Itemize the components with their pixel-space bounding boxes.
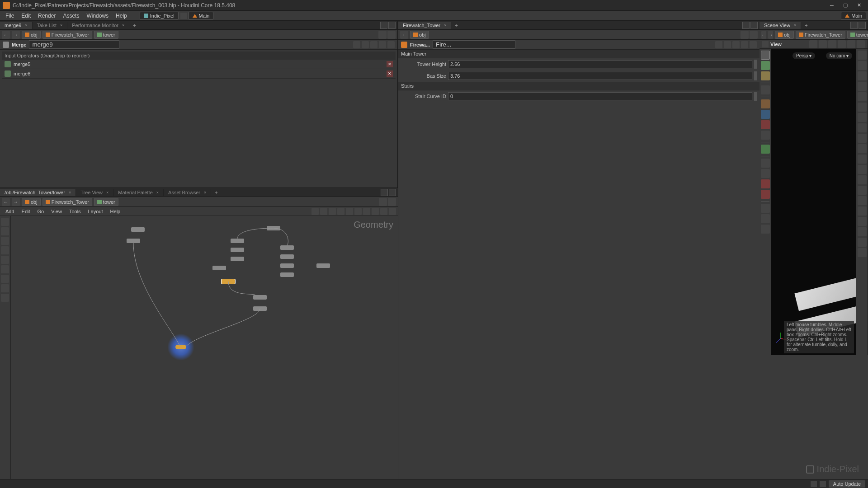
network-node[interactable] [280,245,294,250]
disp-lock-icon[interactable] [858,82,867,91]
crumb-node[interactable]: tower [847,31,868,39]
net-menu-tools[interactable]: Tools [66,209,85,214]
disp-opt1-icon[interactable] [858,51,867,60]
net-tool-icon[interactable] [380,208,387,215]
slider-handle[interactable] [754,71,757,80]
crumb-obj[interactable]: obj [22,198,41,206]
path-opt-icon[interactable] [750,31,758,39]
disp-opt14-icon[interactable] [858,186,867,195]
network-node[interactable] [127,239,140,243]
search-icon[interactable] [732,41,740,48]
path-pin-icon[interactable] [379,198,387,206]
status-icon[interactable] [820,481,826,487]
tab-add[interactable]: + [211,189,221,196]
info-icon[interactable] [379,41,386,48]
crumb-node[interactable]: tower [94,31,118,39]
disp-opt10-icon[interactable] [858,144,867,153]
tab-scene-view[interactable]: Scene View× [760,22,801,29]
disp-opt5-icon[interactable] [858,92,867,101]
disp-opt8-icon[interactable] [858,123,867,132]
tab-hda-params[interactable]: Firewatch_Tower× [398,22,451,29]
disp-opt9-icon[interactable] [858,134,867,143]
net-tool-icon[interactable] [354,208,362,215]
net-search-icon[interactable] [389,208,396,215]
param-input-bas-size[interactable] [448,72,752,80]
net-tool-icon[interactable] [320,208,327,215]
search-icon[interactable] [370,41,377,48]
network-node[interactable] [131,227,145,232]
net-ltool-icon[interactable] [1,227,9,235]
crumb-asset[interactable]: Firewatch_Tower [42,31,92,39]
tab-add[interactable]: + [129,22,139,29]
crumb-asset[interactable]: Firewatch_Tower [42,198,92,206]
menu-render[interactable]: Render [34,13,59,19]
path-opt-icon[interactable] [388,198,396,206]
disp-opt2-icon[interactable] [858,61,867,70]
menu-file[interactable]: File [2,13,18,19]
input-op-row[interactable]: merge5 ✕ [2,60,396,69]
net-menu-add[interactable]: Add [2,209,18,214]
network-node[interactable] [253,295,267,300]
tool-light[interactable] [761,99,770,108]
scale-icon[interactable] [847,40,855,48]
menu-edit[interactable]: Edit [18,13,34,19]
network-node[interactable] [231,248,244,252]
menu-help[interactable]: Help [112,13,131,19]
pane-max-icon[interactable] [859,22,866,29]
pane-menu-icon[interactable] [742,22,750,29]
network-node-selected[interactable] [222,279,235,284]
pane-menu-icon[interactable] [850,22,858,29]
net-tool-icon[interactable] [363,208,370,215]
tab-asset-browser[interactable]: Asset Browser× [164,189,211,196]
network-node[interactable] [267,226,280,230]
net-menu-view[interactable]: View [47,209,66,214]
tab-perf-monitor[interactable]: Performance Monitor× [67,22,129,29]
tab-tree-view[interactable]: Tree View× [76,189,113,196]
network-node[interactable] [280,263,294,268]
net-tool-icon[interactable] [372,208,379,215]
crumb-asset[interactable]: Firewatch_Tower [796,31,845,39]
path-pin-icon[interactable] [741,31,749,39]
minimize-button[interactable]: ─ [826,1,838,9]
crumb-node[interactable]: tower [94,198,118,206]
nav-back-icon[interactable]: ← [400,31,408,39]
disp-opt13-icon[interactable] [858,175,867,184]
tool-snap3[interactable] [761,179,770,188]
net-ltool-icon[interactable] [1,294,9,302]
disp-opt17-icon[interactable] [858,217,867,226]
slider-handle[interactable] [754,92,757,101]
net-tool-icon[interactable] [329,208,336,215]
nav-fwd-icon[interactable]: → [12,31,20,39]
param-input-stair-curve[interactable] [448,92,752,100]
network-node[interactable] [253,306,267,311]
net-ltool-icon[interactable] [1,246,9,254]
pane-menu-icon[interactable] [380,22,387,29]
nav-fwd-icon[interactable]: → [12,198,20,206]
help-icon[interactable] [387,41,395,48]
disp-opt7-icon[interactable] [858,113,867,122]
viewport[interactable]: Persp ▾ No cam ▾ L [771,49,856,355]
network-node[interactable] [280,272,294,277]
disp-opt20-icon[interactable] [858,248,867,257]
tool-snap4[interactable] [761,190,770,199]
pane-max-icon[interactable] [389,189,396,196]
info-icon[interactable] [741,41,748,48]
slider-handle[interactable] [754,60,757,69]
tool-snap1[interactable] [761,159,770,168]
net-tool-icon[interactable] [346,208,353,215]
crumb-obj[interactable]: obj [22,31,41,39]
network-node[interactable] [231,239,244,243]
network-node[interactable] [212,266,226,270]
pane-menu-icon[interactable] [381,189,388,196]
net-menu-help[interactable]: Help [107,209,124,214]
net-menu-layout[interactable]: Layout [85,209,107,214]
status-icon[interactable] [811,481,817,487]
tab-add[interactable]: + [801,22,811,29]
tab-take-list[interactable]: Take List× [33,22,68,29]
tab-material-palette[interactable]: Material Palette× [113,189,164,196]
nav-back-icon[interactable]: ← [2,198,10,206]
net-ltool-icon[interactable] [1,275,9,283]
flag-icon[interactable] [362,41,369,48]
disp-opt6-icon[interactable] [858,103,867,112]
network-output-ring[interactable] [167,333,194,361]
